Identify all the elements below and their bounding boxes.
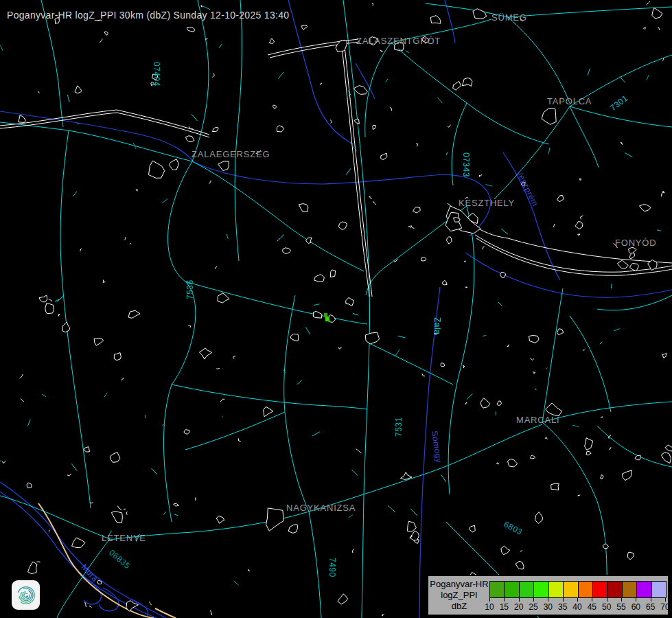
- minor-road-line: [351, 470, 358, 476]
- city-label: LETENYE: [102, 533, 146, 543]
- minor-road-line: [305, 327, 310, 334]
- settlement-outline: [603, 544, 608, 549]
- legend-tick: [621, 597, 622, 602]
- town-outline: [542, 108, 556, 124]
- legend-tick-label: 35: [558, 602, 567, 612]
- minor-road-line: [71, 464, 77, 470]
- legend-tick: [548, 597, 548, 602]
- map-mark: [545, 437, 547, 439]
- road-line: [448, 206, 474, 494]
- minor-road-line: [314, 304, 319, 306]
- settlement-outline: [373, 125, 375, 129]
- map-mark: [36, 562, 40, 562]
- map-mark: [390, 107, 392, 111]
- settlement-outline: [290, 334, 299, 341]
- legend-color-cell: [534, 582, 548, 597]
- map-mark: [209, 181, 211, 184]
- minor-road-line: [406, 51, 408, 53]
- map-mark: [330, 120, 332, 124]
- map-mark: [416, 144, 417, 147]
- town-outline: [170, 159, 179, 170]
- minor-road-line: [152, 468, 157, 474]
- map-mark: [380, 50, 383, 52]
- settlement-outline: [627, 552, 634, 560]
- map-mark: [356, 449, 362, 453]
- map-mark: [49, 530, 49, 531]
- legend-tick: [563, 597, 564, 602]
- map-mark: [479, 174, 482, 176]
- town-outline: [149, 161, 165, 178]
- map-mark: [130, 243, 131, 244]
- radar-map-canvas: SÜMEGZALASZENTGRÓTTAPOLCAZALAEGERSZEGKES…: [0, 0, 672, 618]
- settlement-outline: [213, 128, 219, 132]
- settlement-outline: [94, 339, 104, 345]
- road-line: [163, 161, 195, 522]
- legend-product-name: logZ_PPI: [430, 590, 489, 601]
- town-outline: [473, 9, 487, 19]
- map-mark: [463, 365, 465, 368]
- legend-color-cell: [637, 582, 651, 597]
- minor-road-line: [546, 368, 548, 369]
- radar-product-title: Poganyvar-HR logZ_PPI 30km (dbZ) Sunday …: [7, 10, 289, 21]
- legend-color-cell: [490, 582, 505, 597]
- settlement-outline: [128, 310, 140, 318]
- road-line: [309, 512, 321, 618]
- map-mark: [238, 438, 240, 441]
- settlement-outline: [617, 260, 628, 268]
- legend-tick: [636, 597, 636, 602]
- legend-tick-label: 60: [632, 602, 640, 612]
- river-line: [0, 111, 491, 236]
- minor-road-line: [600, 342, 602, 344]
- legend-tick-label: 25: [529, 602, 537, 612]
- water-label: Somogy: [430, 430, 443, 464]
- settlement-outline: [302, 25, 308, 30]
- minor-road-line: [388, 505, 395, 512]
- road-line: [0, 496, 110, 539]
- legend-tick-label: 30: [544, 602, 553, 612]
- settlement-outline: [430, 16, 441, 24]
- legend-tick-label: 20: [514, 602, 523, 612]
- map-mark: [233, 356, 236, 358]
- map-mark: [124, 509, 126, 510]
- map-mark: [647, 1, 650, 5]
- settlement-outline: [84, 447, 89, 453]
- settlement-outline: [501, 546, 510, 555]
- map-mark: [352, 549, 354, 553]
- map-mark: [58, 314, 60, 316]
- map-mark: [372, 3, 373, 6]
- map-mark: [609, 448, 611, 450]
- road-line: [391, 43, 549, 144]
- settlement-outline: [469, 525, 475, 532]
- minor-road-line: [483, 335, 486, 336]
- minor-road-line: [410, 509, 417, 516]
- map-mark: [465, 402, 467, 404]
- minor-road-line: [395, 350, 399, 357]
- road-number-label: 7536: [185, 279, 195, 299]
- legend-tick: [665, 597, 666, 602]
- settlement-outline: [62, 322, 70, 332]
- settlement-outline: [174, 503, 179, 506]
- map-mark: [89, 606, 92, 608]
- river-line: [288, 0, 354, 144]
- map-mark: [520, 550, 522, 551]
- settlement-outline: [104, 32, 108, 35]
- map-mark: [422, 374, 425, 376]
- settlement-outline: [408, 521, 417, 531]
- map-mark: [149, 602, 152, 605]
- map-mark: [100, 38, 102, 43]
- map-mark: [465, 287, 467, 288]
- settlement-outline: [623, 470, 632, 481]
- map-mark: [216, 368, 219, 369]
- radar-echo: [328, 320, 330, 322]
- road-line: [369, 343, 453, 385]
- water-label: Mura: [80, 562, 100, 584]
- road-line: [235, 0, 242, 261]
- map-mark: [621, 142, 623, 145]
- legend-tick: [607, 597, 607, 602]
- legend-color-cell: [607, 582, 622, 597]
- map-mark: [507, 345, 509, 347]
- map-mark: [382, 614, 384, 616]
- map-mark: [658, 27, 660, 30]
- minor-road-line: [620, 76, 625, 82]
- town-outline: [288, 525, 297, 533]
